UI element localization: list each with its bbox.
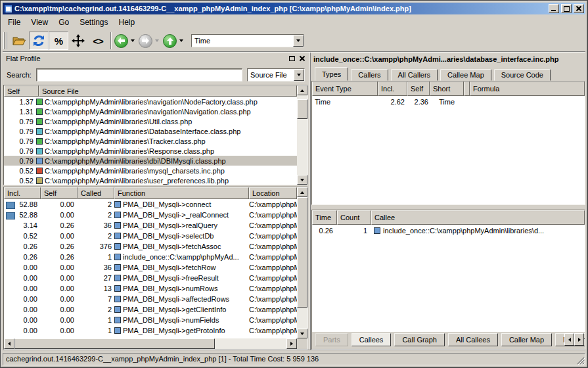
tab-scroll-left-icon[interactable] [564, 333, 574, 346]
column-header-self[interactable]: Self [407, 81, 430, 96]
table-row[interactable]: 0.79 C:\xampp\phpMyAdmin\libraries\Track… [4, 136, 297, 146]
menu-item[interactable]: Go [53, 16, 74, 29]
detail-tab[interactable]: All Callers [391, 69, 438, 81]
detail-tab[interactable]: Source Code [494, 69, 551, 81]
column-header-self[interactable]: Self [4, 85, 39, 97]
relative-percent-button[interactable]: % [49, 32, 68, 50]
column-header-location[interactable]: Location [249, 187, 297, 199]
location-cell: C:\xampp\phpMy [249, 285, 297, 292]
scroll-right-icon[interactable] [286, 338, 297, 349]
column-header-event-type[interactable]: Event Type [312, 81, 378, 96]
bottom-tab[interactable]: Parts [315, 333, 348, 346]
grouping-selector[interactable]: Source File [247, 68, 305, 81]
column-header-self[interactable]: Self [41, 187, 78, 199]
back-button[interactable] [114, 34, 139, 48]
column-header-incl[interactable]: Incl. [4, 187, 41, 199]
table-row[interactable]: 0.52 C:\xampp\phpMyAdmin\libraries\user_… [4, 175, 297, 185]
table-row[interactable]: 0.52 C:\xampp\phpMyAdmin\libraries\mysql… [4, 166, 297, 175]
function-table-vscrollbar[interactable] [297, 187, 307, 338]
panel-splitter[interactable] [309, 53, 311, 350]
menu-item[interactable]: File [3, 16, 26, 29]
move-button[interactable] [68, 32, 88, 50]
table-row[interactable]: Time 2.62 2.36 Time [312, 96, 585, 108]
column-header-formula[interactable]: Formula [470, 81, 585, 96]
table-row[interactable]: 0.00 0.00 1 PMA_DBI_Mysqli->getProtoInfo… [4, 325, 297, 336]
bottom-tab[interactable]: Callees [351, 333, 392, 346]
up-dropdown-icon[interactable] [179, 39, 183, 42]
table-row[interactable]: 0.00 0.00 27 PMA_DBI_Mysqli->freeResult … [4, 273, 297, 283]
table-row[interactable]: 0.00 0.00 2 PMA_DBI_Mysqli->getClientInf… [4, 304, 297, 315]
table-row[interactable]: 0.26 0.26 376 PMA_DBI_Mysqli->fetchAssoc… [4, 241, 297, 252]
minimize-button[interactable] [549, 4, 559, 13]
up-button[interactable] [163, 34, 187, 48]
bottom-tab[interactable]: All Callees [448, 333, 498, 346]
grouping-selector-button[interactable] [294, 69, 304, 81]
tab-scroll-right-icon[interactable] [574, 333, 584, 346]
expand-collapse-button[interactable]: <> [88, 32, 108, 50]
bottom-tab[interactable]: Call Graph [394, 333, 445, 346]
back-dropdown-icon[interactable] [131, 39, 135, 42]
column-header-time[interactable]: Time [312, 210, 337, 225]
table-row[interactable]: 52.88 0.00 2 PMA_DBI_Mysqli->connect C:\… [4, 199, 297, 210]
table-row[interactable]: 0.26 1 include_once::C:\xampp\phpMyAdmin… [312, 225, 585, 237]
menu-item[interactable]: View [26, 16, 53, 29]
scroll-left-icon[interactable] [4, 338, 14, 349]
column-header-incl[interactable]: Incl. [378, 81, 407, 96]
float-panel-icon[interactable] [289, 56, 295, 61]
open-file-button[interactable] [9, 32, 29, 50]
scrollbar-thumb[interactable] [297, 197, 307, 308]
self-cost-cell: 0.52 [4, 167, 36, 175]
column-header-source-file[interactable]: Source File [39, 85, 297, 97]
source-file-icon [36, 128, 43, 135]
close-button[interactable] [574, 4, 584, 13]
location-cell: C:\xampp\phpMy [249, 274, 297, 282]
scroll-down-icon[interactable] [297, 175, 307, 185]
short-cell: Time [430, 98, 464, 106]
table-row[interactable]: 1.31 C:\xampp\phpMyAdmin\libraries\navig… [4, 106, 297, 116]
table-row[interactable]: 0.00 0.00 13 PMA_DBI_Mysqli->numRows C:\… [4, 283, 297, 294]
column-header-function[interactable]: Function [114, 187, 249, 199]
event-type-selector-button[interactable] [293, 35, 304, 47]
forward-button[interactable] [139, 34, 163, 48]
function-table-hscrollbar[interactable] [4, 338, 307, 349]
search-input[interactable] [36, 68, 242, 81]
table-row[interactable]: 0.52 0.00 2 PMA_DBI_Mysqli->selectDb C:\… [4, 231, 297, 241]
scroll-down-icon[interactable] [297, 329, 307, 338]
detail-tab[interactable]: Callers [351, 69, 388, 81]
maximize-icon [564, 6, 570, 12]
bottom-tab[interactable]: Caller Map [501, 333, 552, 346]
scrollbar-thumb[interactable] [14, 338, 215, 349]
location-cell: C:\xampp\phpMy [249, 264, 297, 271]
table-row[interactable]: 0.79 C:\xampp\phpMyAdmin\libraries\Util.… [4, 116, 297, 126]
table-row[interactable]: 1.37 C:\xampp\phpMyAdmin\libraries\navig… [4, 97, 297, 106]
table-row[interactable]: 0.00 0.00 1 PMA_DBI_Mysqli->numFields C:… [4, 315, 297, 325]
resize-grip[interactable] [576, 356, 585, 365]
table-row[interactable]: 0.00 0.00 7 PMA_DBI_Mysqli->affectedRows… [4, 294, 297, 304]
reload-button[interactable] [29, 32, 49, 50]
table-row[interactable]: 0.79 C:\xampp\phpMyAdmin\libraries\Respo… [4, 146, 297, 156]
detail-tab[interactable]: Callee Map [440, 69, 491, 81]
column-header-callee[interactable]: Callee [371, 210, 585, 225]
column-header-short[interactable]: Short [430, 81, 464, 96]
close-panel-icon[interactable] [299, 55, 305, 62]
column-header-count[interactable]: Count [337, 210, 371, 225]
scroll-up-icon[interactable] [297, 85, 307, 95]
table-row[interactable]: 0.00 0.00 36 PMA_DBI_Mysqli->fetchRow C:… [4, 262, 297, 273]
scrollbar-thumb[interactable] [297, 99, 307, 119]
source-file-cell: C:\xampp\phpMyAdmin\libraries\DatabaseIn… [45, 127, 240, 135]
maximize-button[interactable] [561, 4, 572, 13]
source-table-scrollbar[interactable] [297, 85, 307, 185]
menu-item[interactable]: Help [114, 16, 141, 29]
menu-item[interactable]: Settings [74, 16, 113, 29]
table-row[interactable]: 3.14 0.26 36 PMA_DBI_Mysqli->realQuery C… [4, 220, 297, 231]
table-row[interactable]: 0.26 0.26 1 include_once::C:\xampp\phpMy… [4, 252, 297, 262]
toolbar-drag-handle[interactable] [3, 32, 7, 49]
table-row[interactable]: 52.88 0.00 2 PMA_DBI_Mysqli->_realConnec… [4, 210, 297, 220]
column-header-called[interactable]: Called [78, 187, 114, 199]
table-row[interactable]: 0.79 C:\xampp\phpMyAdmin\libraries\dbi\D… [4, 156, 297, 166]
detail-tab[interactable]: Types [315, 67, 348, 81]
location-cell: C:\xampp\phpMy [249, 253, 297, 261]
table-row[interactable]: 0.79 C:\xampp\phpMyAdmin\libraries\Datab… [4, 126, 297, 136]
event-type-selector[interactable]: Time [191, 34, 304, 47]
scroll-up-icon[interactable] [297, 187, 307, 197]
